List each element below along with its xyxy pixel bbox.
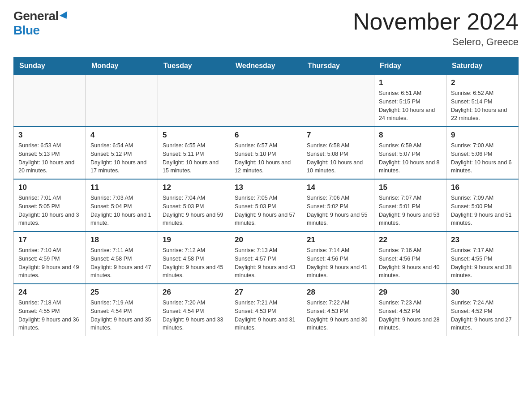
logo: General Blue bbox=[13, 9, 69, 38]
day-number: 7 bbox=[307, 131, 369, 140]
day-number: 6 bbox=[235, 131, 297, 140]
calendar-week-row: 1Sunrise: 6:51 AMSunset: 5:15 PMDaylight… bbox=[14, 75, 519, 127]
day-number: 20 bbox=[235, 235, 297, 244]
calendar-week-row: 24Sunrise: 7:18 AMSunset: 4:55 PMDayligh… bbox=[14, 284, 519, 336]
day-number: 27 bbox=[235, 288, 297, 297]
day-number: 16 bbox=[451, 183, 514, 192]
calendar-cell: 27Sunrise: 7:21 AMSunset: 4:53 PMDayligh… bbox=[230, 284, 302, 336]
calendar-cell: 10Sunrise: 7:01 AMSunset: 5:05 PMDayligh… bbox=[14, 179, 86, 231]
day-number: 10 bbox=[18, 183, 81, 192]
day-number: 28 bbox=[307, 288, 369, 297]
day-info: Sunrise: 6:59 AMSunset: 5:07 PMDaylight:… bbox=[379, 141, 442, 175]
calendar-cell: 25Sunrise: 7:19 AMSunset: 4:54 PMDayligh… bbox=[86, 284, 158, 336]
header-thursday: Thursday bbox=[302, 57, 374, 75]
day-info: Sunrise: 7:22 AMSunset: 4:53 PMDaylight:… bbox=[307, 299, 369, 332]
calendar-cell: 3Sunrise: 6:53 AMSunset: 5:13 PMDaylight… bbox=[14, 127, 86, 179]
day-number: 23 bbox=[451, 235, 514, 244]
day-number: 29 bbox=[379, 288, 442, 297]
day-number: 30 bbox=[451, 288, 514, 297]
day-number: 11 bbox=[90, 183, 153, 192]
header-sunday: Sunday bbox=[14, 57, 86, 75]
day-info: Sunrise: 7:13 AMSunset: 4:57 PMDaylight:… bbox=[235, 246, 297, 280]
calendar-week-row: 10Sunrise: 7:01 AMSunset: 5:05 PMDayligh… bbox=[14, 179, 519, 231]
day-info: Sunrise: 7:06 AMSunset: 5:02 PMDaylight:… bbox=[307, 194, 369, 227]
day-info: Sunrise: 6:57 AMSunset: 5:10 PMDaylight:… bbox=[235, 141, 297, 175]
calendar-cell: 19Sunrise: 7:12 AMSunset: 4:58 PMDayligh… bbox=[158, 231, 230, 284]
day-number: 14 bbox=[307, 183, 369, 192]
day-number: 24 bbox=[18, 288, 81, 297]
calendar-cell: 28Sunrise: 7:22 AMSunset: 4:53 PMDayligh… bbox=[302, 284, 374, 336]
page-title: November 2024 bbox=[353, 9, 519, 34]
calendar-week-row: 3Sunrise: 6:53 AMSunset: 5:13 PMDaylight… bbox=[14, 127, 519, 179]
day-number: 15 bbox=[379, 183, 442, 192]
day-info: Sunrise: 7:21 AMSunset: 4:53 PMDaylight:… bbox=[235, 299, 297, 332]
day-number: 13 bbox=[235, 183, 297, 192]
calendar-table: Sunday Monday Tuesday Wednesday Thursday… bbox=[13, 57, 519, 336]
day-info: Sunrise: 6:55 AMSunset: 5:11 PMDaylight:… bbox=[163, 141, 225, 175]
day-info: Sunrise: 7:24 AMSunset: 4:52 PMDaylight:… bbox=[451, 299, 514, 332]
logo-general: General bbox=[13, 9, 59, 23]
calendar-cell: 21Sunrise: 7:14 AMSunset: 4:56 PMDayligh… bbox=[302, 231, 374, 284]
day-info: Sunrise: 6:54 AMSunset: 5:12 PMDaylight:… bbox=[90, 141, 153, 175]
calendar-cell: 16Sunrise: 7:09 AMSunset: 5:00 PMDayligh… bbox=[446, 179, 519, 231]
day-number: 12 bbox=[163, 183, 225, 192]
day-info: Sunrise: 7:05 AMSunset: 5:03 PMDaylight:… bbox=[235, 194, 297, 227]
day-number: 2 bbox=[451, 78, 514, 87]
day-info: Sunrise: 7:19 AMSunset: 4:54 PMDaylight:… bbox=[90, 299, 153, 332]
calendar-cell: 7Sunrise: 6:58 AMSunset: 5:08 PMDaylight… bbox=[302, 127, 374, 179]
calendar-cell: 9Sunrise: 7:00 AMSunset: 5:06 PMDaylight… bbox=[446, 127, 519, 179]
subtitle: Selero, Greece bbox=[353, 36, 519, 48]
day-info: Sunrise: 7:07 AMSunset: 5:01 PMDaylight:… bbox=[379, 194, 442, 227]
day-info: Sunrise: 7:01 AMSunset: 5:05 PMDaylight:… bbox=[18, 194, 81, 227]
calendar-cell bbox=[86, 75, 158, 127]
header-saturday: Saturday bbox=[446, 57, 519, 75]
day-number: 8 bbox=[379, 131, 442, 140]
logo-triangle-icon bbox=[60, 11, 70, 21]
day-info: Sunrise: 7:18 AMSunset: 4:55 PMDaylight:… bbox=[18, 299, 81, 332]
day-info: Sunrise: 6:52 AMSunset: 5:14 PMDaylight:… bbox=[451, 89, 514, 123]
day-info: Sunrise: 7:10 AMSunset: 4:59 PMDaylight:… bbox=[18, 246, 81, 280]
day-info: Sunrise: 7:14 AMSunset: 4:56 PMDaylight:… bbox=[307, 246, 369, 280]
calendar-cell: 1Sunrise: 6:51 AMSunset: 5:15 PMDaylight… bbox=[374, 75, 446, 127]
day-info: Sunrise: 7:00 AMSunset: 5:06 PMDaylight:… bbox=[451, 141, 514, 175]
calendar-cell: 17Sunrise: 7:10 AMSunset: 4:59 PMDayligh… bbox=[14, 231, 86, 284]
day-number: 26 bbox=[163, 288, 225, 297]
calendar-cell bbox=[158, 75, 230, 127]
day-info: Sunrise: 7:12 AMSunset: 4:58 PMDaylight:… bbox=[163, 246, 225, 280]
header-wednesday: Wednesday bbox=[230, 57, 302, 75]
calendar-cell: 4Sunrise: 6:54 AMSunset: 5:12 PMDaylight… bbox=[86, 127, 158, 179]
page-header: General Blue November 2024 Selero, Greec… bbox=[13, 9, 519, 48]
calendar-cell: 26Sunrise: 7:20 AMSunset: 4:54 PMDayligh… bbox=[158, 284, 230, 336]
calendar-week-row: 17Sunrise: 7:10 AMSunset: 4:59 PMDayligh… bbox=[14, 231, 519, 284]
logo-blue: Blue bbox=[13, 23, 40, 38]
day-info: Sunrise: 7:23 AMSunset: 4:52 PMDaylight:… bbox=[379, 299, 442, 332]
day-info: Sunrise: 6:51 AMSunset: 5:15 PMDaylight:… bbox=[379, 89, 442, 123]
calendar-cell bbox=[302, 75, 374, 127]
calendar-cell: 5Sunrise: 6:55 AMSunset: 5:11 PMDaylight… bbox=[158, 127, 230, 179]
calendar-cell: 12Sunrise: 7:04 AMSunset: 5:03 PMDayligh… bbox=[158, 179, 230, 231]
calendar-cell: 6Sunrise: 6:57 AMSunset: 5:10 PMDaylight… bbox=[230, 127, 302, 179]
day-number: 25 bbox=[90, 288, 153, 297]
calendar-cell: 11Sunrise: 7:03 AMSunset: 5:04 PMDayligh… bbox=[86, 179, 158, 231]
day-number: 18 bbox=[90, 235, 153, 244]
day-number: 19 bbox=[163, 235, 225, 244]
calendar-cell: 29Sunrise: 7:23 AMSunset: 4:52 PMDayligh… bbox=[374, 284, 446, 336]
day-info: Sunrise: 7:11 AMSunset: 4:58 PMDaylight:… bbox=[90, 246, 153, 280]
calendar-cell: 30Sunrise: 7:24 AMSunset: 4:52 PMDayligh… bbox=[446, 284, 519, 336]
day-info: Sunrise: 6:58 AMSunset: 5:08 PMDaylight:… bbox=[307, 141, 369, 175]
header-friday: Friday bbox=[374, 57, 446, 75]
calendar-cell bbox=[14, 75, 86, 127]
calendar-cell: 8Sunrise: 6:59 AMSunset: 5:07 PMDaylight… bbox=[374, 127, 446, 179]
day-info: Sunrise: 6:53 AMSunset: 5:13 PMDaylight:… bbox=[18, 141, 81, 175]
header-monday: Monday bbox=[86, 57, 158, 75]
day-info: Sunrise: 7:04 AMSunset: 5:03 PMDaylight:… bbox=[163, 194, 225, 227]
day-number: 5 bbox=[163, 131, 225, 140]
day-number: 4 bbox=[90, 131, 153, 140]
day-number: 1 bbox=[379, 78, 442, 87]
day-info: Sunrise: 7:16 AMSunset: 4:56 PMDaylight:… bbox=[379, 246, 442, 280]
day-info: Sunrise: 7:03 AMSunset: 5:04 PMDaylight:… bbox=[90, 194, 153, 227]
header-tuesday: Tuesday bbox=[158, 57, 230, 75]
day-number: 22 bbox=[379, 235, 442, 244]
calendar-cell: 24Sunrise: 7:18 AMSunset: 4:55 PMDayligh… bbox=[14, 284, 86, 336]
day-info: Sunrise: 7:20 AMSunset: 4:54 PMDaylight:… bbox=[163, 299, 225, 332]
